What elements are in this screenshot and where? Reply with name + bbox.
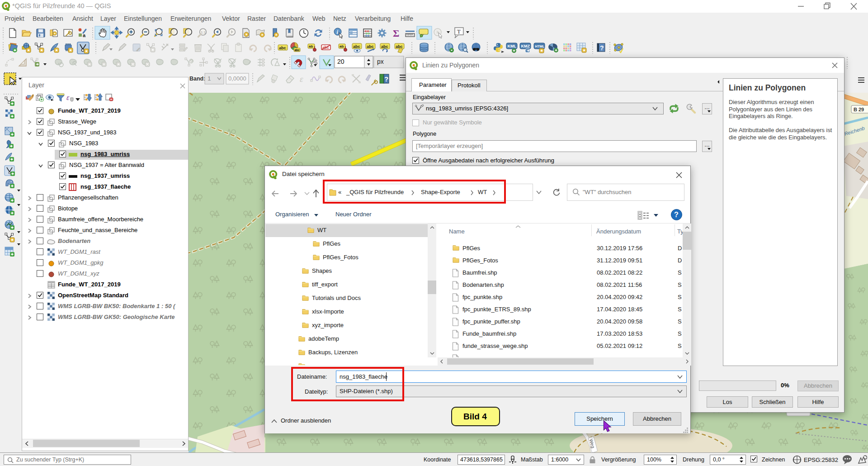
svg-text:1: 1 [208,75,211,82]
svg-text:0,0000: 0,0000 [228,75,246,82]
svg-text:abc: abc [396,44,403,49]
svg-text:abc: abc [367,44,374,49]
svg-text:1:1: 1:1 [201,30,206,34]
svg-text:20: 20 [337,58,344,65]
svg-text:abc: abc [279,46,286,50]
svg-text:KMZ: KMZ [521,44,530,48]
svg-text:B 29: B 29 [854,107,864,112]
svg-text:ε: ε [300,74,303,84]
svg-text:?: ? [384,75,388,83]
svg-text:ab: ab [309,44,313,48]
svg-text:HTML: HTML [535,44,545,48]
svg-text:T: T [457,28,461,35]
svg-text:px: px [377,58,384,65]
svg-text:Σ: Σ [393,28,399,39]
svg-text:?: ? [600,44,604,52]
svg-text:abc: abc [295,48,300,52]
svg-text:abc: abc [353,44,360,49]
svg-text:abc: abc [381,44,388,49]
svg-text:Band:: Band: [189,76,205,82]
svg-text:ab: ab [340,44,344,48]
svg-text:ε: ε [66,94,70,101]
svg-text:KML: KML [508,44,517,48]
svg-text:a: a [83,33,86,38]
